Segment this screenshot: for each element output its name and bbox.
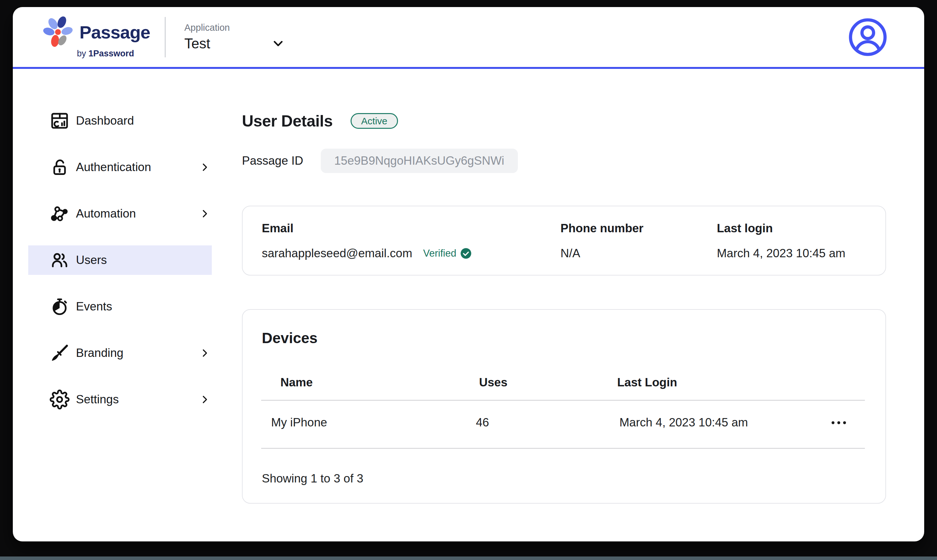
phone-value: N/A: [560, 247, 717, 260]
sidebar-item-label: Authentication: [76, 160, 151, 174]
sidebar-item-label: Events: [76, 300, 112, 313]
verified-check-icon: [460, 248, 472, 259]
unlock-icon: [50, 157, 69, 177]
automation-nodes-icon: [50, 204, 69, 224]
device-row-name: My iPhone: [271, 416, 327, 429]
chevron-down-icon: [270, 35, 286, 52]
user-avatar-icon[interactable]: [847, 17, 888, 58]
users-icon: [50, 250, 69, 270]
devices-title: Devices: [262, 329, 318, 347]
page-title: User Details: [242, 112, 332, 131]
passage-id-label: Passage ID: [242, 154, 321, 168]
dashboard-icon: [50, 111, 69, 131]
chevron-right-icon: [199, 208, 211, 220]
status-badge: Active: [351, 113, 398, 129]
table-divider: [261, 400, 865, 401]
chevron-right-icon: [199, 347, 211, 359]
email-label: Email: [262, 222, 560, 235]
chevron-right-icon: [199, 162, 211, 173]
device-row-last-login: March 4, 2023 10:45 am: [619, 416, 748, 429]
application-label: Application: [184, 22, 286, 33]
application-dropdown[interactable]: Application Test: [184, 22, 286, 52]
application-selected-value: Test: [184, 35, 210, 52]
passage-logo[interactable]: Passage by 1Password: [41, 15, 150, 58]
sidebar-item-settings[interactable]: Settings: [28, 385, 212, 414]
sidebar-item-branding[interactable]: Branding: [28, 338, 212, 368]
pagination-summary: Showing 1 to 3 of 3: [262, 472, 363, 485]
paintbrush-icon: [50, 343, 69, 363]
passage-flower-icon: [41, 15, 74, 49]
chevron-right-icon: [199, 394, 211, 405]
brand-byline: by 1Password: [77, 49, 150, 58]
sidebar-item-users[interactable]: Users: [28, 245, 212, 275]
sidebar-item-label: Automation: [76, 207, 136, 220]
sidebar-nav: Dashboard Authentication: [13, 71, 225, 431]
background-bottom-strip: [0, 557, 937, 560]
verified-badge: Verified: [423, 248, 471, 259]
device-row-uses: 46: [476, 416, 489, 429]
column-header-uses: Uses: [479, 376, 507, 389]
stopwatch-icon: [50, 297, 69, 317]
sidebar-item-label: Users: [76, 254, 107, 267]
phone-label: Phone number: [560, 222, 717, 235]
sidebar-item-events[interactable]: Events: [28, 292, 212, 322]
sidebar-item-label: Settings: [76, 393, 119, 406]
last-login-value: March 4, 2023 10:45 am: [717, 247, 885, 260]
header-divider: [165, 17, 166, 57]
profile-card: Email Phone number Last login sarahapple…: [242, 206, 886, 275]
sidebar-item-automation[interactable]: Automation: [28, 199, 212, 228]
passage-id-value: 15e9B9NqgoHIAKsUGy6gSNWi: [321, 149, 518, 173]
last-login-label: Last login: [717, 222, 885, 235]
sidebar-item-dashboard[interactable]: Dashboard: [28, 106, 212, 135]
app-window: Passage by 1Password Application Test: [13, 7, 924, 542]
ellipsis-menu-icon[interactable]: [832, 421, 846, 424]
gear-icon: [50, 389, 69, 409]
column-header-last-login: Last Login: [617, 376, 677, 389]
sidebar-item-label: Dashboard: [76, 114, 134, 128]
email-value: sarahappleseed@email.com: [262, 247, 412, 260]
brand-name: Passage: [80, 22, 150, 43]
devices-card: Devices Name Uses Last Login My iPhone 4…: [242, 309, 886, 504]
sidebar-item-label: Branding: [76, 346, 123, 360]
column-header-name: Name: [280, 376, 313, 389]
top-header: Passage by 1Password Application Test: [13, 7, 924, 69]
sidebar-item-authentication[interactable]: Authentication: [28, 152, 212, 182]
table-divider: [261, 448, 865, 449]
verified-label: Verified: [423, 248, 456, 259]
